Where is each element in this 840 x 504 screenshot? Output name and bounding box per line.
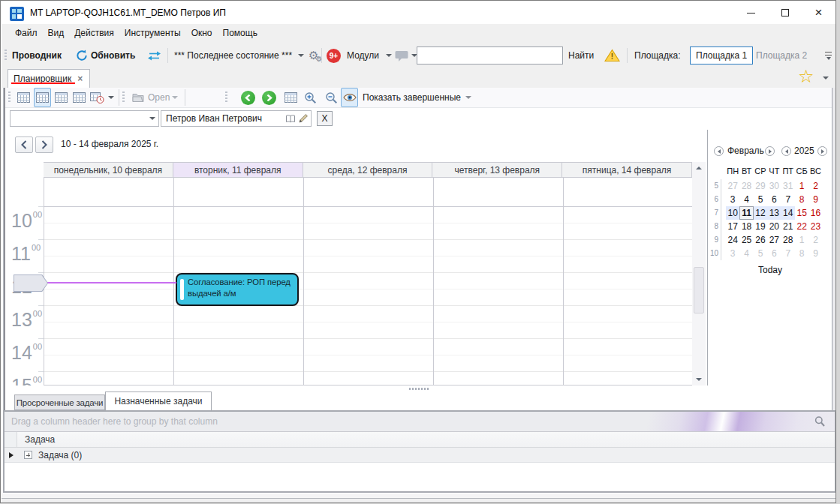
view-day-icon[interactable]	[15, 88, 32, 107]
task-column-header[interactable]: Задача	[17, 432, 55, 447]
toolbar-grip[interactable]	[5, 43, 7, 68]
toolbar-grip[interactable]	[122, 88, 125, 107]
open-dropdown[interactable]	[172, 88, 178, 107]
edit-pencil-icon[interactable]	[299, 114, 308, 123]
minical-day[interactable]: 6	[767, 247, 781, 260]
menu-tools[interactable]: Инструменты	[119, 24, 186, 43]
filter-combo-dropdown[interactable]	[146, 117, 158, 120]
minical-day[interactable]: 9	[808, 193, 822, 206]
menu-file[interactable]: Файл	[10, 24, 43, 43]
zoom-out-icon[interactable]	[323, 88, 340, 107]
maximize-button[interactable]	[768, 2, 802, 24]
minical-day[interactable]: 2	[808, 179, 822, 193]
views-dropdown[interactable]	[108, 88, 114, 107]
minical-day[interactable]: 3	[726, 247, 739, 260]
favorites-star-icon[interactable]: ☆	[798, 66, 814, 87]
next-month-button[interactable]	[765, 146, 775, 157]
scheduler-scrollbar[interactable]	[692, 162, 706, 386]
next-year-button[interactable]	[817, 146, 827, 157]
minical-day[interactable]: 15	[795, 206, 808, 220]
scroll-up-icon[interactable]	[692, 162, 706, 174]
modules-dropdown[interactable]	[386, 43, 392, 68]
toolbar-grip[interactable]	[8, 88, 11, 107]
tab-planner[interactable]: Планировщик ×	[8, 69, 90, 88]
minical-day[interactable]: 10	[726, 206, 739, 220]
site2-button[interactable]: Площадка 2	[756, 43, 807, 68]
zoom-in-icon[interactable]	[302, 88, 319, 107]
prev-period-button[interactable]	[241, 88, 255, 107]
minical-day[interactable]: 7	[781, 247, 795, 260]
day-header-friday[interactable]: пятница, 14 февраля	[562, 163, 691, 177]
minical-day[interactable]: 9	[808, 247, 822, 260]
minical-day[interactable]: 28	[781, 233, 795, 247]
toolbar-overflow-button[interactable]	[825, 46, 832, 65]
minical-day[interactable]: 5	[754, 247, 767, 260]
menu-help[interactable]: Помощь	[218, 24, 263, 43]
favorites-dropdown[interactable]	[823, 76, 829, 80]
next-week-button[interactable]	[35, 136, 53, 153]
tab-close-icon[interactable]: ×	[77, 74, 83, 84]
state-combo[interactable]: *** Последнее состояние ***	[174, 43, 285, 68]
minical-day[interactable]: 13	[767, 206, 781, 220]
minimize-button[interactable]	[734, 2, 768, 24]
next-period-button[interactable]	[262, 88, 276, 107]
task-group-row[interactable]: Задача (0)	[5, 448, 835, 463]
warning-icon[interactable]: !	[604, 43, 620, 68]
minical-day[interactable]: 20	[767, 220, 781, 233]
prev-month-button[interactable]	[714, 146, 724, 157]
minical-day[interactable]: 18	[739, 220, 753, 233]
minical-day[interactable]: 28	[739, 179, 753, 193]
minical-day[interactable]: 11	[739, 206, 753, 220]
minical-today-button[interactable]: Today	[708, 265, 832, 275]
expand-icon[interactable]	[24, 451, 32, 459]
search-icon[interactable]	[814, 416, 826, 428]
swap-icon[interactable]	[147, 43, 161, 68]
day-header-monday[interactable]: понедельник, 10 февраля	[44, 163, 173, 177]
minical-day[interactable]: 19	[754, 220, 767, 233]
minical-day[interactable]: 2	[808, 233, 822, 247]
modules-button[interactable]: Модули	[347, 43, 379, 68]
minical-day[interactable]: 23	[808, 220, 822, 233]
state-combo-dropdown[interactable]	[298, 43, 304, 68]
toolbar-grip[interactable]	[225, 88, 227, 107]
view-timeline-icon[interactable]	[89, 88, 106, 107]
refresh-button[interactable]: Обновить	[91, 43, 135, 68]
explorer-button[interactable]: Проводник	[12, 43, 62, 68]
gears-icon[interactable]: ⚙⚙	[309, 43, 322, 68]
filter-combo[interactable]	[10, 110, 159, 127]
minical-day[interactable]: 30	[767, 179, 781, 193]
minical-day[interactable]: 25	[739, 233, 753, 247]
minical-day[interactable]: 21	[781, 220, 795, 233]
minical-day[interactable]: 8	[795, 247, 808, 260]
minical-day[interactable]: 14	[781, 206, 795, 220]
minical-day[interactable]: 1	[795, 179, 808, 193]
tab-assigned-tasks[interactable]: Назначенные задачи	[105, 392, 212, 410]
show-completed-label[interactable]: Показать завершенные	[363, 88, 461, 107]
view-month-icon[interactable]	[71, 88, 88, 107]
person-field[interactable]: Петров Иван Петрович	[161, 110, 312, 127]
view-workweek-icon[interactable]	[34, 88, 51, 107]
minical-day[interactable]: 29	[754, 179, 767, 193]
show-completed-eye-icon[interactable]	[341, 88, 358, 107]
day-header-wednesday[interactable]: среда, 12 февраля	[303, 163, 432, 177]
minical-day[interactable]: 5	[754, 193, 767, 206]
minical-day[interactable]: 24	[726, 233, 739, 247]
close-button[interactable]: ×	[802, 2, 835, 24]
minical-day[interactable]: 27	[767, 233, 781, 247]
clear-filter-button[interactable]: X	[317, 111, 333, 126]
scrollbar-thumb[interactable]	[694, 267, 704, 314]
day-header-tuesday[interactable]: вторник, 11 февраля	[173, 163, 303, 177]
view-week-icon[interactable]	[53, 88, 70, 107]
site1-button[interactable]: Площадка 1	[690, 46, 753, 64]
minical-day[interactable]: 3	[726, 193, 739, 206]
minical-day[interactable]: 16	[808, 206, 822, 220]
prev-week-button[interactable]	[15, 136, 33, 153]
prev-year-button[interactable]	[781, 146, 791, 157]
scroll-down-icon[interactable]	[692, 374, 706, 386]
notifications-badge[interactable]: 9+	[327, 43, 341, 68]
find-button[interactable]: Найти	[568, 43, 594, 68]
day-header-thursday[interactable]: четверг, 13 февраля	[432, 163, 562, 177]
minical-day[interactable]: 6	[767, 193, 781, 206]
calendar-event[interactable]: Согласование: РОП перед выдачей а/м	[176, 273, 299, 306]
menu-window[interactable]: Окно	[186, 24, 218, 43]
